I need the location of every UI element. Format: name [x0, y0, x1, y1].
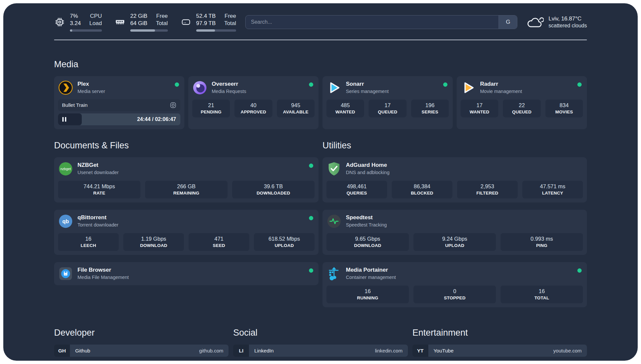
app-card-qbittorrent[interactable]: qb qBittorrent Torrent downloader 16 [54, 210, 319, 255]
stat-tile: 196 SERIES [411, 100, 449, 117]
stat-tile: 21 PENDING [192, 100, 230, 117]
section-documents: Documents & Files nzbget NZBGet Usenet d… [54, 140, 319, 307]
status-online-dot [309, 216, 313, 220]
stat-tile: 9.65 Gbps DOWNLOAD [326, 233, 409, 251]
app-desc: Torrent downloader [77, 222, 118, 228]
app-desc: DNS and adblocking [346, 170, 389, 175]
stat-tile: 16 RUNNING [326, 286, 409, 303]
cpu-percent: 7% [70, 13, 81, 20]
app-card-portainer[interactable]: Media Portainer Container management 16 … [322, 262, 587, 307]
stat-tile: 498,461 QUERIES [326, 181, 387, 198]
app-desc: Container management [346, 275, 396, 280]
disk-icon [180, 16, 192, 28]
bookmark-tag: LI [233, 345, 249, 357]
app-card-adguard[interactable]: AdGuard Home DNS and adblocking 498,461 … [322, 157, 587, 202]
disk-stat: 52.4 TB 97.9 TB Free Total [180, 13, 236, 32]
ram-free-label: Free [156, 13, 168, 20]
playback-progress-bar[interactable]: 24:44 / 02:06:47 [58, 113, 180, 125]
nzbget-icon: nzbget [58, 161, 73, 176]
cpu-progress-fill [70, 29, 72, 32]
ram-progress-fill [130, 29, 155, 32]
app-card-speedtest[interactable]: Speedtest Speedtest Tracking 9.65 Gbps D… [322, 210, 587, 255]
stat-tile: 471 SEED [189, 233, 249, 251]
stat-tile: 16 TOTAL [501, 286, 583, 303]
adguard-icon [326, 161, 342, 176]
section-title-developer: Developer [54, 328, 229, 338]
qbittorrent-icon: qb [58, 214, 73, 229]
status-online-dot [309, 164, 313, 168]
weather-widget: Lviv, 16.87°C scattered clouds [527, 15, 587, 29]
stat-tile: 0 STOPPED [413, 286, 496, 303]
stat-tile: 47.571 ms LATENCY [522, 181, 583, 198]
app-desc: Speedtest Tracking [346, 222, 387, 228]
svg-text:nzbget: nzbget [60, 167, 71, 171]
section-title-media: Media [54, 59, 587, 70]
sonarr-icon [326, 80, 342, 95]
cpu-load-label: Load [89, 20, 102, 27]
cpu-label: CPU [89, 13, 102, 20]
ram-progress-bar [130, 29, 168, 32]
stat-tile: 2,953 FILTERED [457, 181, 518, 198]
app-card-plex[interactable]: Plex Media server Bullet Train [54, 76, 184, 129]
search-bar[interactable]: Search... G [245, 15, 518, 29]
bookmark-tag: YT [412, 345, 428, 357]
stat-tile: 485 WANTED [326, 100, 364, 117]
plex-icon [58, 80, 73, 95]
svg-text:qb: qb [62, 218, 69, 224]
app-name: File Browser [77, 267, 129, 273]
app-card-filebrowser[interactable]: File Browser Media File Management [54, 262, 319, 285]
stat-tile: 39.6 TB DOWNLOADED [232, 181, 315, 198]
stat-tile: 744.21 Mbps RATE [58, 181, 140, 198]
stat-tile: 9.24 Gbps UPLOAD [413, 233, 496, 251]
app-name: AdGuard Home [346, 162, 389, 168]
cpu-load-value: 3.24 [70, 20, 81, 27]
cpu-icon [54, 16, 65, 28]
disk-free-value: 52.4 TB [196, 13, 216, 20]
session-icon[interactable] [170, 102, 176, 108]
now-playing-row: Bullet Train [58, 99, 180, 111]
cpu-stat: 7% 3.24 CPU Load [54, 13, 102, 32]
stat-tile: 618.52 Mbps UPLOAD [254, 233, 315, 251]
app-name: Sonarr [346, 81, 389, 87]
app-name: NZBGet [77, 162, 119, 168]
header: 7% 3.24 CPU Load [54, 13, 587, 32]
section-utilities: Utilities AdGuard Home [322, 140, 587, 307]
app-desc: Media File Management [77, 275, 129, 280]
bookmark-github[interactable]: GH Github github.com [54, 345, 229, 357]
status-online-dot [309, 82, 313, 87]
section-title-entertainment: Entertainment [412, 328, 587, 338]
cloud-icon [527, 15, 544, 29]
bookmark-name: LinkedIn [254, 348, 274, 354]
search-engine-button[interactable]: G [499, 15, 517, 29]
app-card-sonarr[interactable]: Sonarr Series management 485 WANTED 17 Q… [322, 76, 453, 129]
stat-tile: 266 GB REMAINING [145, 181, 228, 198]
bookmark-youtube[interactable]: YT YouTube youtube.com [412, 345, 587, 357]
ram-total-value: 64 GiB [130, 20, 147, 27]
app-card-nzbget[interactable]: nzbget NZBGet Usenet downloader 744.21 M… [54, 157, 319, 202]
cpu-progress-bar [70, 29, 102, 32]
app-name: qBittorrent [77, 214, 118, 221]
app-card-overseerr[interactable]: Overseerr Media Requests 21 PENDING 40 A… [188, 76, 319, 129]
bookmarks-entertainment: Entertainment YT YouTube youtube.com NF … [412, 328, 587, 361]
status-online-dot [577, 268, 582, 273]
overseerr-icon [192, 80, 207, 95]
app-name: Speedtest [346, 214, 387, 221]
bookmark-tag: GH [54, 345, 70, 357]
app-desc: Media Requests [212, 89, 246, 94]
app-desc: Series management [346, 89, 389, 94]
stat-tile: 0.993 ms PING [501, 233, 583, 251]
radarr-icon [461, 80, 476, 95]
search-input[interactable]: Search... [246, 19, 272, 25]
disk-free-label: Free [224, 13, 236, 20]
bookmark-linkedin[interactable]: LI LinkedIn linkedin.com [233, 345, 408, 357]
disk-total-label: Total [224, 20, 236, 27]
app-card-radarr[interactable]: Radarr Movie management 17 WANTED 22 QUE… [457, 76, 587, 129]
filebrowser-icon [58, 266, 73, 281]
portainer-icon [326, 266, 342, 281]
pause-icon[interactable] [62, 117, 66, 122]
playback-progress-fill [58, 113, 82, 125]
header-divider [54, 40, 587, 40]
section-title-documents: Documents & Files [54, 140, 319, 151]
app-desc: Usenet downloader [77, 170, 119, 175]
status-online-dot [175, 82, 179, 87]
